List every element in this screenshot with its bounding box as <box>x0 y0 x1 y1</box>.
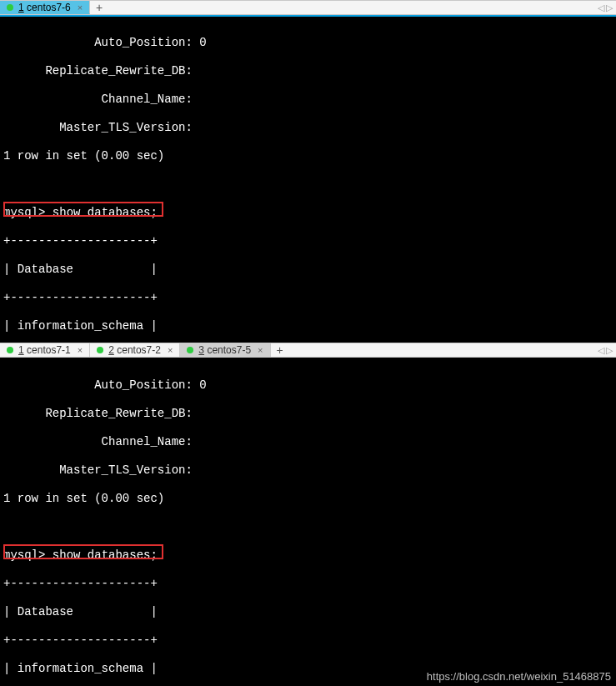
tab-nav-arrows: ◁ ▷ <box>598 1 613 14</box>
command-line: mysql> show databases; <box>3 205 613 220</box>
status-dot-icon <box>7 4 13 11</box>
status-dot-icon <box>97 347 103 353</box>
terminal-pane-bottom: 1 centos7-1 × 2 centos7-2 × 3 centos7-5 … <box>0 343 616 686</box>
terminal-output-bottom[interactable]: Auto_Position: 0 Replicate_Rewrite_DB: C… <box>0 358 616 686</box>
tab-label: 2 centos7-2 <box>108 344 161 356</box>
close-icon[interactable]: × <box>76 345 83 355</box>
close-icon[interactable]: × <box>166 345 173 355</box>
tab-centos7-5[interactable]: 3 centos7-5 × <box>180 343 270 357</box>
close-icon[interactable]: × <box>76 3 83 13</box>
new-tab-button[interactable]: + <box>90 1 108 14</box>
table-sep: +--------------------+ <box>3 576 613 591</box>
tab-bar-top: 1 centos7-6 × + ◁ ▷ <box>0 0 616 15</box>
status-line: Replicate_Rewrite_DB: <box>3 406 613 421</box>
status-line: Master_TLS_Version: <box>3 120 613 135</box>
tab-centos7-1[interactable]: 1 centos7-1 × <box>0 343 90 357</box>
tab-centos7-2[interactable]: 2 centos7-2 × <box>90 343 180 357</box>
status-line: Master_TLS_Version: <box>3 463 613 478</box>
tab-label: 1 centos7-6 <box>18 2 71 13</box>
tab-bar-bottom: 1 centos7-1 × 2 centos7-2 × 3 centos7-5 … <box>0 343 616 358</box>
tab-nav-arrows: ◁ ▷ <box>598 343 613 357</box>
status-line: Channel_Name: <box>3 434 613 449</box>
status-dot-icon <box>187 347 193 353</box>
tab-label: 1 centos7-1 <box>18 344 71 356</box>
tab-nav-right-icon[interactable]: ▷ <box>606 3 613 13</box>
tab-centos7-6[interactable]: 1 centos7-6 × <box>0 1 90 14</box>
table-row: | information_schema | <box>3 318 613 333</box>
blank-line <box>3 177 613 192</box>
new-tab-button[interactable]: + <box>271 343 289 357</box>
status-line: Auto_Position: 0 <box>3 35 613 50</box>
close-icon[interactable]: × <box>256 345 263 355</box>
status-line: Auto_Position: 0 <box>3 378 613 393</box>
terminal-pane-top: 1 centos7-6 × + ◁ ▷ Auto_Position: 0 Rep… <box>0 0 616 343</box>
row-summary: 1 row in set (0.00 sec) <box>3 491 613 506</box>
command-line: mysql> show databases; <box>3 548 613 563</box>
table-header: | Database | <box>3 262 613 277</box>
table-sep: +--------------------+ <box>3 233 613 248</box>
row-summary: 1 row in set (0.00 sec) <box>3 148 613 163</box>
status-line: Channel_Name: <box>3 92 613 107</box>
table-sep: +--------------------+ <box>3 290 613 305</box>
tab-label: 3 centos7-5 <box>198 344 251 356</box>
status-dot-icon <box>7 347 13 353</box>
table-header: | Database | <box>3 604 613 619</box>
tab-nav-left-icon[interactable]: ◁ <box>598 345 604 356</box>
table-sep: +--------------------+ <box>3 633 613 648</box>
blank-line <box>3 519 613 534</box>
tab-nav-right-icon[interactable]: ▷ <box>606 345 613 356</box>
status-line: Replicate_Rewrite_DB: <box>3 63 613 78</box>
tab-nav-left-icon[interactable]: ◁ <box>598 3 604 13</box>
watermark: https://blog.csdn.net/weixin_51468875 <box>427 670 611 683</box>
